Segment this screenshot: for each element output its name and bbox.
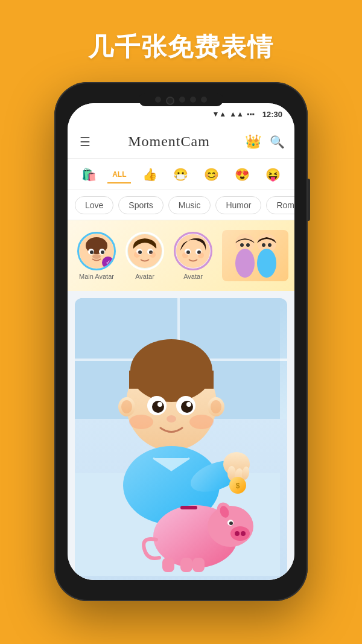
camera-dot-3: [190, 97, 196, 103]
avatar-3-face: [176, 234, 211, 269]
chip-music[interactable]: Music: [168, 196, 211, 214]
bag-icon: 🛍️: [81, 167, 97, 182]
vip-icon[interactable]: 👑: [245, 134, 261, 150]
category-icons-row: 🛍️ ALL 👍 😷 😊 😍 😝: [68, 159, 294, 190]
mask-icon: 😷: [173, 167, 188, 182]
page-background: 几千张免费表情 ▼▲ ▲▲ ▪▪▪ 12:30: [0, 0, 362, 644]
avatar-badge: ✓: [102, 257, 114, 269]
category-icon-smile[interactable]: 😊: [199, 165, 224, 184]
svg-point-19: [182, 252, 188, 258]
svg-rect-35: [129, 371, 214, 389]
svg-point-48: [189, 415, 214, 429]
search-icon[interactable]: 🔍: [270, 135, 285, 149]
avatar-2-label: Avatar: [135, 273, 154, 280]
wifi-icon: ▼▲: [212, 110, 226, 118]
svg-point-42: [152, 401, 164, 413]
battery-icon: ▪▪▪: [247, 110, 255, 118]
status-icons: ▼▲ ▲▲ ▪▪▪ 12:30: [212, 110, 282, 119]
avatar-3-item[interactable]: Avatar: [174, 232, 212, 280]
filter-chips-row: Love Sports Music Humor Rom: [68, 190, 294, 220]
svg-text:$: $: [236, 482, 240, 490]
hamburger-icon[interactable]: ☰: [77, 132, 93, 151]
chip-humor[interactable]: Humor: [215, 196, 261, 214]
svg-rect-69: [180, 558, 192, 572]
page-title: 几千张免费表情: [88, 30, 274, 64]
phone-frame: ▼▲ ▲▲ ▪▪▪ 12:30 ☰ MomentCam 👑 🔍 🛍️: [54, 82, 308, 601]
svg-point-60: [230, 526, 250, 541]
svg-point-5: [101, 250, 104, 254]
camera-dot-1: [155, 97, 161, 103]
avatar-3-circle: [174, 232, 212, 270]
main-avatar-label: Main Avatar: [79, 273, 114, 280]
svg-point-26: [262, 243, 265, 247]
svg-rect-68: [162, 558, 174, 572]
status-bar: ▼▲ ▲▲ ▪▪▪ 12:30: [68, 103, 294, 125]
camera-dot-4: [201, 97, 207, 103]
category-icon-mask[interactable]: 😷: [168, 165, 193, 184]
svg-point-46: [167, 415, 176, 422]
svg-point-4: [90, 250, 94, 254]
category-icon-bag[interactable]: 🛍️: [77, 165, 101, 184]
main-avatar-circle: ✓: [77, 232, 116, 270]
phone-cameras: [155, 97, 207, 105]
svg-point-39: [211, 400, 221, 413]
category-icon-like[interactable]: 👍: [138, 165, 162, 184]
svg-point-23: [246, 243, 250, 247]
avatar-2-face: [127, 234, 162, 269]
avatar-2-item[interactable]: Avatar: [125, 232, 164, 280]
status-time: 12:30: [262, 110, 282, 119]
category-icon-love[interactable]: 😍: [230, 165, 255, 184]
camera-dot-center: [166, 97, 174, 105]
svg-point-43: [181, 401, 193, 413]
svg-point-64: [229, 521, 233, 525]
category-icon-silly[interactable]: 😝: [261, 165, 285, 184]
svg-point-22: [240, 243, 244, 247]
svg-point-24: [235, 249, 255, 278]
svg-point-38: [121, 400, 132, 413]
chip-sports[interactable]: Sports: [118, 196, 163, 214]
svg-point-44: [157, 402, 162, 407]
main-content-card: $: [68, 291, 294, 580]
svg-point-27: [268, 243, 272, 247]
chip-love[interactable]: Love: [75, 196, 113, 214]
avatar-3-label: Avatar: [183, 273, 203, 280]
all-label: ALL: [112, 170, 126, 179]
svg-point-12: [134, 252, 140, 258]
love-icon: 😍: [235, 167, 250, 182]
silly-icon: 😝: [265, 167, 281, 182]
svg-point-47: [129, 415, 153, 429]
svg-point-6: [92, 254, 101, 259]
camera-dot-2: [179, 97, 185, 103]
svg-rect-70: [192, 558, 205, 572]
chip-rom[interactable]: Rom: [266, 196, 294, 214]
couple-avatar-pair[interactable]: [222, 230, 288, 281]
svg-point-61: [235, 531, 240, 536]
app-logo: MomentCam: [93, 133, 245, 150]
main-avatar-item[interactable]: ✓ Main Avatar: [77, 232, 116, 280]
svg-point-13: [150, 252, 156, 258]
signal-icon: ▲▲: [229, 110, 244, 118]
avatar-section: ✓ Main Avatar: [68, 220, 294, 291]
like-icon: 👍: [142, 167, 157, 182]
cartoon-image: $: [75, 298, 287, 580]
svg-point-45: [186, 402, 191, 407]
nav-bar: ☰ MomentCam 👑 🔍: [68, 125, 294, 159]
svg-point-20: [198, 252, 204, 258]
avatar-2-circle: [125, 232, 164, 270]
svg-point-28: [257, 249, 276, 278]
smile-icon: 😊: [204, 167, 219, 182]
svg-point-62: [241, 531, 246, 536]
phone-screen: ▼▲ ▲▲ ▪▪▪ 12:30 ☰ MomentCam 👑 🔍 🛍️: [68, 103, 294, 580]
svg-rect-67: [180, 506, 197, 509]
category-icon-all[interactable]: ALL: [107, 168, 131, 181]
